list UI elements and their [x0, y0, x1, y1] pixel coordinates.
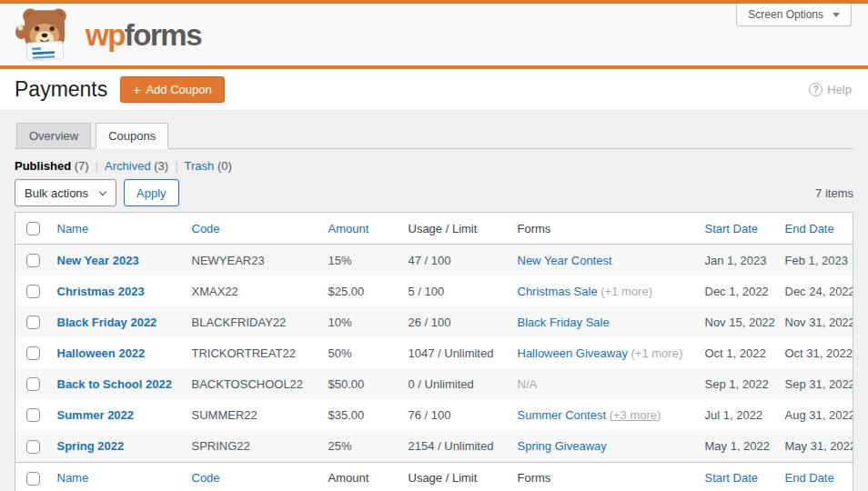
row-checkbox[interactable] — [26, 408, 40, 422]
cell-forms: Black Friday Sale — [509, 306, 696, 337]
coupon-name-link[interactable]: Summer 2022 — [57, 408, 135, 422]
tab-overview[interactable]: Overview — [16, 123, 91, 149]
cell-code: SUMMER22 — [183, 399, 319, 430]
form-link[interactable]: Spring Giveaway — [518, 439, 607, 453]
form-link[interactable]: Christmas Sale — [518, 285, 598, 298]
form-link[interactable]: Summer Contest — [518, 408, 607, 422]
column-header-amount[interactable]: Amount — [319, 213, 399, 245]
tab-coupons[interactable]: Coupons — [96, 123, 168, 149]
cell-end-date: Sep 31, 2022 — [776, 368, 853, 399]
coupon-name-link[interactable]: Spring 2022 — [57, 439, 125, 453]
cell-usage: 0 / Unlimited — [399, 368, 509, 399]
coupons-table: NameCodeAmountUsage / LimitFormsStart Da… — [15, 212, 853, 491]
site-header: wpforms Screen Options — [0, 4, 868, 69]
cell-usage: 2154 / Unlimited — [399, 430, 509, 462]
coupon-name-link[interactable]: Black Friday 2022 — [57, 316, 157, 329]
row-checkbox[interactable] — [26, 440, 40, 454]
select-all-checkbox[interactable] — [26, 222, 40, 235]
column-header-usage: Usage / Limit — [399, 462, 509, 491]
cell-forms: New Year Contest — [509, 245, 696, 276]
cell-code: SPRING22 — [183, 430, 319, 462]
cell-end-date: Nov 31, 2022 — [776, 306, 853, 337]
column-header-start[interactable]: Start Date — [696, 213, 776, 245]
cell-usage: 1047 / Unlimited — [399, 337, 509, 368]
plus-icon: + — [133, 84, 140, 96]
cell-forms: Christmas Sale (+1 more) — [509, 276, 696, 306]
cell-end-date: Aug 31, 2022 — [776, 399, 853, 430]
cell-code: BACKTOSCHOOL22 — [183, 368, 319, 399]
row-checkbox[interactable] — [26, 285, 40, 298]
column-header-end[interactable]: End Date — [776, 462, 853, 491]
row-checkbox[interactable] — [26, 346, 40, 360]
cell-start-date: Sep 1, 2022 — [696, 368, 776, 399]
cell-amount: 50% — [319, 337, 399, 368]
cell-start-date: Dec 1, 2022 — [696, 276, 776, 306]
row-checkbox[interactable] — [26, 377, 40, 391]
cell-start-date: Oct 1, 2022 — [696, 337, 776, 368]
cell-forms: Spring Giveaway — [509, 430, 696, 462]
cell-usage: 5 / 100 — [399, 276, 509, 306]
row-checkbox[interactable] — [26, 316, 40, 329]
help-icon: ? — [809, 83, 823, 96]
column-header-name[interactable]: Name — [48, 462, 183, 491]
content-area: Overview Coupons Published (7) | Archive… — [0, 123, 868, 491]
table-footer: NameCodeAmountUsage / LimitFormsStart Da… — [15, 462, 853, 491]
form-link[interactable]: Halloween Giveaway — [518, 346, 628, 360]
screen-options-label: Screen Options — [748, 8, 823, 21]
page-header: Payments + Add Coupon ? Help — [0, 69, 868, 110]
table-row: New Year 2023NEWYEAR2315%47 / 100New Yea… — [15, 245, 853, 276]
table-row: Black Friday 2022BLACKFRIDAY2210%26 / 10… — [15, 306, 853, 337]
column-header-code[interactable]: Code — [183, 462, 319, 491]
separator: | — [96, 159, 98, 173]
column-header-usage: Usage / Limit — [399, 213, 509, 245]
page-title: Payments — [15, 77, 107, 102]
table-toolbar-top: Bulk actions Apply 7 items — [15, 179, 853, 206]
cell-forms: N/A — [509, 368, 696, 399]
help-link[interactable]: ? Help — [809, 83, 852, 96]
select-all-checkbox[interactable] — [26, 472, 40, 486]
cell-forms: Summer Contest (+3 more) — [509, 399, 696, 430]
row-checkbox[interactable] — [26, 254, 40, 267]
cell-forms: Halloween Giveaway (+1 more) — [509, 337, 696, 368]
bulk-actions-select[interactable]: Bulk actions — [15, 179, 116, 206]
header-row: NameCodeAmountUsage / LimitFormsStart Da… — [15, 213, 853, 245]
separator: | — [175, 159, 177, 173]
cell-end-date: Feb 1, 2023 — [776, 245, 853, 276]
cell-code: BLACKFRIDAY22 — [183, 306, 319, 337]
column-header-name[interactable]: Name — [48, 213, 183, 245]
cell-end-date: May 31, 2022 — [776, 430, 853, 462]
coupon-name-link[interactable]: New Year 2023 — [57, 254, 139, 267]
coupon-name-link[interactable]: Back to School 2022 — [57, 377, 172, 391]
table-row: Christmas 2023XMAX22$25.005 / 100Christm… — [15, 276, 853, 306]
apply-button[interactable]: Apply — [124, 179, 179, 206]
form-link[interactable]: Black Friday Sale — [518, 316, 610, 329]
cell-start-date: Jan 1, 2023 — [696, 245, 776, 276]
column-header-end[interactable]: End Date — [776, 213, 853, 245]
table-header: NameCodeAmountUsage / LimitFormsStart Da… — [15, 213, 853, 245]
filter-trash[interactable]: Trash (0) — [185, 159, 232, 173]
tab-bar: Overview Coupons — [15, 123, 853, 149]
column-header-amount: Amount — [319, 462, 399, 491]
cell-amount: $25.00 — [319, 276, 399, 306]
column-header-code[interactable]: Code — [183, 213, 319, 245]
forms-na: N/A — [518, 377, 538, 391]
filter-archived[interactable]: Archived (3) — [105, 159, 168, 173]
screen-options-button[interactable]: Screen Options — [736, 4, 852, 26]
form-link[interactable]: New Year Contest — [518, 254, 612, 267]
forms-more-toggle[interactable]: (+1 more) — [601, 285, 652, 298]
coupons-tbody: New Year 2023NEWYEAR2315%47 / 100New Yea… — [15, 245, 853, 462]
filter-published[interactable]: Published (7) — [15, 159, 89, 173]
table-row: Back to School 2022BACKTOSCHOOL22$50.000… — [15, 368, 853, 399]
add-coupon-button[interactable]: + Add Coupon — [120, 76, 224, 103]
cell-usage: 76 / 100 — [399, 399, 509, 430]
forms-more-toggle[interactable]: (+3 more) — [610, 408, 661, 422]
cell-end-date: Dec 24, 2022 — [776, 276, 853, 306]
table-row: Spring 2022SPRING2225%2154 / UnlimitedSp… — [15, 430, 853, 462]
cell-start-date: May 1, 2022 — [696, 430, 776, 462]
coupon-name-link[interactable]: Christmas 2023 — [57, 285, 145, 298]
coupon-name-link[interactable]: Halloween 2022 — [57, 346, 146, 360]
column-header-start[interactable]: Start Date — [696, 462, 776, 491]
footer-row: NameCodeAmountUsage / LimitFormsStart Da… — [15, 462, 853, 491]
column-header-forms: Forms — [509, 462, 696, 491]
forms-more-toggle[interactable]: (+1 more) — [631, 346, 683, 360]
